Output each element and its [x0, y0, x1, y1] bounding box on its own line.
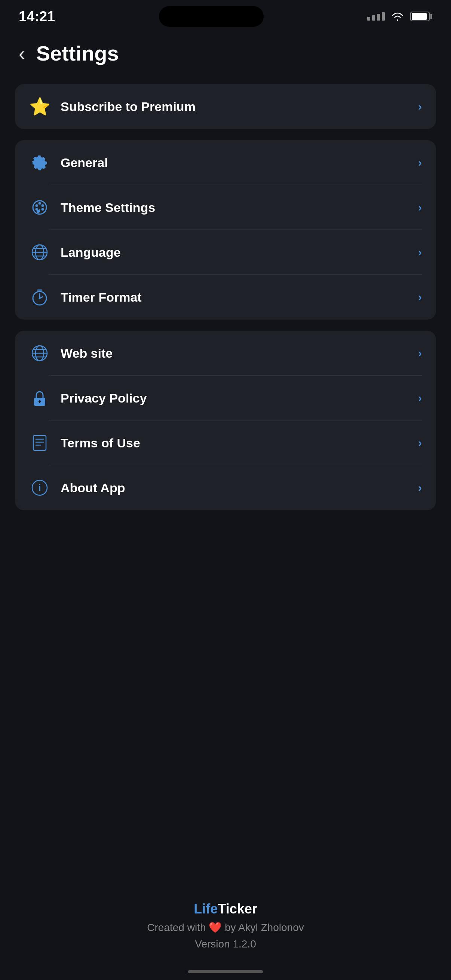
footer-created-line: Created with ❤️ by Akyl Zholonov: [147, 921, 304, 934]
signal-icon: [367, 12, 385, 21]
footer-version: Version 1.2.0: [195, 938, 256, 950]
terms-of-use-label: Terms of Use: [61, 436, 418, 450]
chevron-icon: ›: [418, 347, 422, 360]
svg-point-2: [38, 202, 41, 205]
gear-icon: [29, 152, 50, 173]
chevron-icon: ›: [418, 481, 422, 494]
chevron-icon: ›: [418, 437, 422, 449]
website-item[interactable]: Web site ›: [15, 331, 436, 375]
theme-settings-label: Theme Settings: [61, 200, 418, 215]
language-item[interactable]: Language ›: [15, 230, 436, 275]
timer-format-label: Timer Format: [61, 290, 418, 305]
language-label: Language: [61, 245, 418, 260]
premium-card: ⭐ Subscribe to Premium ›: [15, 84, 436, 129]
doc-icon: [29, 433, 50, 453]
chevron-icon: ›: [418, 201, 422, 214]
globe-icon: [29, 242, 50, 263]
status-bar: 14:21: [0, 0, 451, 30]
heart-emoji: ❤️: [209, 922, 225, 933]
about-app-item[interactable]: i About App ›: [15, 465, 436, 510]
chevron-icon: ›: [418, 156, 422, 169]
chevron-icon: ›: [418, 291, 422, 304]
created-with-text: Created with: [147, 922, 206, 933]
info-icon: i: [29, 477, 50, 498]
by-author-text: by Akyl Zholonov: [225, 922, 304, 933]
privacy-policy-item[interactable]: Privacy Policy ›: [15, 375, 436, 420]
dynamic-island: [159, 6, 264, 27]
app-name-ticker: Ticker: [218, 901, 257, 916]
app-name: LifeTicker: [194, 901, 257, 917]
svg-text:i: i: [38, 482, 41, 493]
star-icon: ⭐: [29, 96, 50, 117]
palette-icon: [29, 197, 50, 218]
timer-format-item[interactable]: Timer Format ›: [15, 275, 436, 320]
status-icons: [367, 11, 432, 22]
chevron-icon: ›: [418, 246, 422, 259]
subscribe-premium-item[interactable]: ⭐ Subscribe to Premium ›: [15, 84, 436, 129]
website-label: Web site: [61, 346, 418, 361]
general-label: General: [61, 156, 418, 170]
subscribe-premium-label: Subscribe to Premium: [61, 99, 418, 114]
theme-settings-item[interactable]: Theme Settings ›: [15, 185, 436, 230]
svg-rect-24: [33, 436, 46, 450]
chevron-icon: ›: [418, 392, 422, 404]
chevron-icon: ›: [418, 100, 422, 113]
footer: LifeTicker Created with ❤️ by Akyl Zholo…: [0, 901, 451, 950]
general-item[interactable]: General ›: [15, 140, 436, 185]
wifi-icon: [391, 11, 404, 22]
home-indicator: [188, 970, 263, 973]
svg-rect-23: [39, 401, 40, 403]
settings-group: General › Theme Settings ›: [15, 140, 436, 320]
svg-point-4: [41, 208, 44, 211]
terms-of-use-item[interactable]: Terms of Use ›: [15, 420, 436, 465]
battery-icon: [410, 11, 432, 21]
status-time: 14:21: [19, 9, 55, 25]
svg-point-3: [41, 204, 44, 207]
svg-point-1: [35, 204, 38, 207]
timer-icon: [29, 287, 50, 308]
info-group: Web site › Privacy Policy ›: [15, 331, 436, 510]
svg-point-15: [39, 298, 41, 299]
app-name-life: Life: [194, 901, 218, 916]
content: ⭐ Subscribe to Premium › General ›: [0, 80, 451, 514]
globe-icon: [29, 343, 50, 364]
privacy-policy-label: Privacy Policy: [61, 391, 418, 406]
lock-icon: [29, 388, 50, 409]
back-button[interactable]: ‹: [19, 44, 25, 63]
page-title: Settings: [36, 41, 119, 65]
header: ‹ Settings: [0, 30, 451, 80]
about-app-label: About App: [61, 480, 418, 495]
